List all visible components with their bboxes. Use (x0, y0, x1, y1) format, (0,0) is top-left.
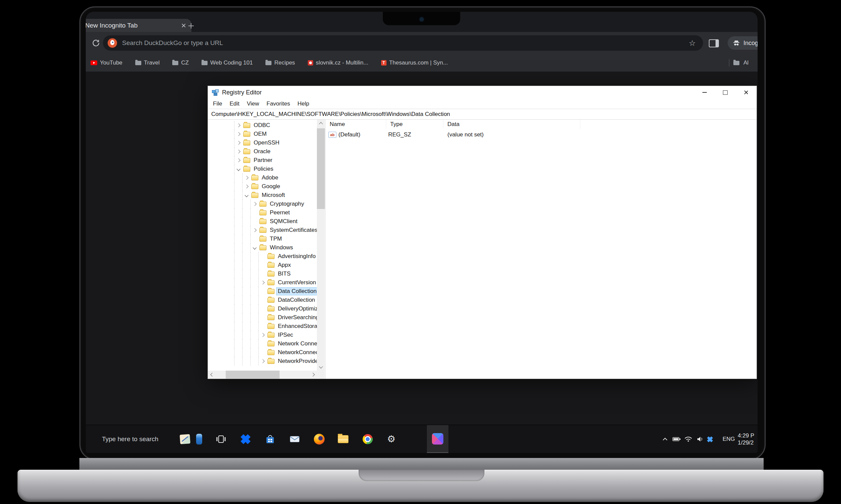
regedit-address-bar[interactable]: Computer\HKEY_LOCAL_MACHINE\SOFTWARE\Pol… (208, 109, 757, 120)
expand-toggle-icon[interactable] (258, 357, 267, 365)
tree-item[interactable]: EnhancedStorageDevices (208, 322, 317, 331)
expand-toggle-icon[interactable] (234, 121, 242, 130)
tree-item[interactable]: Cryptography (208, 200, 317, 208)
bookmark-item[interactable]: Travel (135, 59, 160, 66)
taskbar-app-dropbox[interactable] (238, 432, 253, 447)
taskbar-app-mail[interactable] (287, 432, 302, 447)
tree-item[interactable]: Peernet (208, 208, 317, 217)
taskbar-app-ink[interactable] (178, 432, 192, 447)
tree-item[interactable]: SQMClient (208, 217, 317, 226)
tree-item[interactable]: TPM (208, 235, 317, 243)
tree-item[interactable]: NetworkProvider (208, 357, 317, 365)
expand-toggle-icon[interactable] (258, 278, 267, 287)
tab-new-incognito[interactable]: New Incognito Tab (86, 19, 191, 32)
menu-favorites[interactable]: Favorites (263, 101, 294, 107)
tree-item[interactable]: CurrentVersion (208, 278, 317, 287)
tree-item[interactable]: Adobe (208, 173, 317, 182)
taskbar-app-explorer[interactable] (336, 432, 350, 447)
network-status[interactable] (685, 425, 692, 453)
battery-status[interactable] (672, 425, 681, 453)
column-header-type[interactable]: Type (386, 120, 443, 129)
tree-horizontal-scrollbar[interactable] (208, 371, 317, 379)
expand-toggle-icon[interactable] (234, 130, 242, 139)
expand-toggle-icon[interactable] (250, 226, 258, 235)
vertical-scroll-thumb[interactable] (317, 128, 325, 209)
collapse-toggle-icon[interactable] (242, 191, 250, 200)
scroll-down-arrow[interactable] (317, 363, 325, 371)
taskbar-app-chrome[interactable] (360, 432, 375, 447)
tree-item[interactable]: DeliveryOptimization (208, 304, 317, 313)
tree-item[interactable]: ODBC (208, 121, 317, 130)
expand-toggle-icon[interactable] (234, 147, 242, 156)
taskbar-search[interactable]: Type here to search (102, 425, 158, 453)
taskbar-app-store[interactable] (263, 432, 277, 447)
tree-item[interactable]: Network Connections (208, 339, 317, 348)
collapse-toggle-icon[interactable] (234, 165, 242, 173)
bookmark-item[interactable]: Web Coding 101 (202, 59, 253, 66)
tree-item[interactable]: Appx (208, 261, 317, 269)
dropbox-tray[interactable] (709, 425, 711, 453)
expand-toggle-icon[interactable] (234, 139, 242, 147)
expand-toggle-icon[interactable] (242, 173, 250, 182)
menu-edit[interactable]: Edit (226, 101, 243, 107)
show-hidden-icons-button[interactable] (663, 425, 668, 453)
column-header-name[interactable]: Name (326, 120, 386, 129)
menu-view[interactable]: View (243, 101, 263, 107)
expand-toggle-icon[interactable] (242, 182, 250, 191)
tree-item[interactable]: Google (208, 182, 317, 191)
taskbar-clock[interactable]: 4:29 P 1/29/2 (738, 425, 754, 453)
tree-item[interactable]: AdvertisingInfo (208, 252, 317, 261)
expand-toggle-icon[interactable] (258, 331, 267, 339)
taskbar-app-firefox[interactable] (312, 432, 327, 447)
scroll-left-arrow[interactable] (208, 371, 215, 379)
tree-item[interactable]: IPSec (208, 331, 317, 339)
bookmark-item[interactable]: slovnik.cz - Multilin... (308, 59, 368, 66)
task-view-button[interactable] (213, 432, 228, 447)
maximize-button[interactable] (715, 86, 736, 99)
tree-guide-line (242, 331, 250, 339)
expand-toggle-icon[interactable] (250, 200, 258, 208)
tree-item[interactable]: Policies (208, 165, 317, 173)
taskbar-active-app[interactable] (427, 425, 448, 453)
bookmark-item[interactable]: CZ (172, 59, 189, 66)
tree-item[interactable]: Windows (208, 243, 317, 252)
close-button[interactable] (736, 86, 757, 99)
tree-item[interactable]: OpenSSH (208, 139, 317, 147)
tree-item-label: DriverSearching (276, 314, 317, 321)
tree-vertical-scrollbar[interactable] (317, 120, 325, 371)
refresh-button[interactable] (88, 37, 103, 49)
minimize-button[interactable] (694, 86, 715, 99)
bookmark-item[interactable]: Recipes (265, 59, 295, 66)
side-panel-icon[interactable] (709, 39, 719, 47)
menu-file[interactable]: File (209, 101, 226, 107)
taskbar-app-settings[interactable]: ⚙ (384, 432, 399, 447)
tree-item[interactable]: Partner (208, 156, 317, 165)
bookmark-item[interactable]: Thesaurus.com | Syn... (381, 59, 448, 66)
scroll-up-arrow[interactable] (317, 120, 325, 127)
tree-item[interactable]: OEM (208, 130, 317, 139)
tree-item[interactable]: Oracle (208, 147, 317, 156)
expand-toggle-icon[interactable] (234, 156, 242, 165)
horizontal-scroll-thumb[interactable] (226, 371, 279, 379)
tree-item[interactable]: SystemCertificates (208, 226, 317, 235)
volume-status[interactable] (697, 425, 703, 453)
bookmark-item[interactable]: YouTube (90, 59, 122, 66)
tree-item[interactable]: BITS (208, 269, 317, 278)
omnibox[interactable]: Search DuckDuckGo or type a URL ☆ (103, 35, 703, 51)
tree-item[interactable]: Data Collection (208, 287, 317, 296)
bookmarks-overflow[interactable]: Al (729, 54, 749, 72)
tree-item[interactable]: Microsoft (208, 191, 317, 200)
language-indicator[interactable]: ENG (723, 425, 735, 453)
menu-help[interactable]: Help (294, 101, 313, 107)
bookmark-star-icon[interactable]: ☆ (689, 39, 696, 48)
tree-item[interactable]: DriverSearching (208, 313, 317, 322)
collapse-toggle-icon[interactable] (250, 243, 258, 252)
scroll-right-arrow[interactable] (309, 371, 317, 379)
new-tab-button[interactable] (185, 22, 197, 29)
tree-item[interactable]: NetworkConnectivityStatusIndicator (208, 348, 317, 357)
column-header-data[interactable]: Data (443, 120, 580, 129)
taskbar-app-paint3d[interactable] (192, 432, 207, 447)
value-row[interactable]: (Default) REG_SZ (value not set) (326, 130, 757, 140)
regedit-titlebar[interactable]: Registry Editor (208, 86, 757, 99)
tree-item[interactable]: DataCollection (208, 296, 317, 304)
